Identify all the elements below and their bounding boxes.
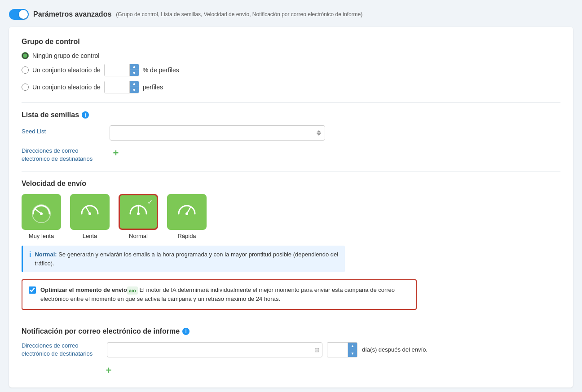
speed-label-muy-lenta: Muy lenta <box>29 233 54 239</box>
page-title: Parámetros avanzados <box>33 10 111 18</box>
destinatarios-seed-row: Direcciones de correoelectrónico de dest… <box>22 147 560 163</box>
notificacion-add-row: + <box>22 362 560 377</box>
speed-info-box: i Normal: Se generarán y enviarán los em… <box>22 246 345 272</box>
speed-card-normal[interactable]: ✓ <box>119 194 158 230</box>
notificacion-dias-down-btn[interactable]: ▼ <box>348 350 357 357</box>
radio-suffix-porcentaje: % de perfiles <box>143 66 179 74</box>
main-card: Grupo de control Ningún grupo de control… <box>9 27 573 388</box>
notificacion-section: Notificación por correo electrónico de i… <box>22 327 560 377</box>
perfiles-spinner[interactable]: ▲ ▼ <box>104 81 139 93</box>
lista-semillas-info-icon[interactable]: i <box>82 111 89 119</box>
speed-lenta-wrapper: Lenta <box>70 194 110 239</box>
perfiles-up-btn[interactable]: ▲ <box>130 81 139 87</box>
add-destinatarios-seed-btn[interactable]: + <box>110 147 122 159</box>
speed-label-lenta: Lenta <box>83 233 97 239</box>
notificacion-spinner-buttons: ▲ ▼ <box>348 342 357 357</box>
speed-normal-wrapper: ✓ Normal <box>119 194 158 239</box>
velocidad-envio-title: Velocidad de envío <box>22 180 560 188</box>
speed-card-rapida[interactable] <box>167 194 207 230</box>
optimize-box: Optimizar el momento de envíoaio El moto… <box>22 279 417 309</box>
speed-rapida-wrapper: Rápida <box>167 194 207 239</box>
speed-card-muy-lenta[interactable] <box>22 194 61 230</box>
advanced-params-toggle[interactable] <box>9 9 29 20</box>
speed-label-rapida: Rápida <box>177 233 196 239</box>
divider-2 <box>22 171 560 172</box>
svg-point-2 <box>40 212 43 215</box>
speed-card-lenta[interactable] <box>70 194 110 230</box>
speed-info-icon: i <box>29 251 31 259</box>
percent-input[interactable] <box>105 64 129 76</box>
radio-label-ninguno: Ningún grupo de control <box>32 52 99 59</box>
speed-label-normal: Normal <box>129 233 148 239</box>
percent-down-btn[interactable]: ▼ <box>130 70 139 76</box>
divider-3 <box>22 319 560 319</box>
radio-perfiles[interactable] <box>22 84 29 91</box>
seed-list-row: Seed List <box>22 125 560 141</box>
notificacion-dias-spinner[interactable]: ▲ ▼ <box>327 342 357 357</box>
speed-info-text: Normal: Se generarán y enviarán los emai… <box>35 250 339 268</box>
radio-ninguno[interactable] <box>22 52 29 59</box>
radio-label-perfiles: Un conjunto aleatorio de <box>32 84 101 91</box>
speed-muy-lenta-wrapper: Muy lenta <box>22 194 61 239</box>
radio-row-perfiles: Un conjunto aleatorio de ▲ ▼ perfiles <box>22 81 560 93</box>
notificacion-input-wrapper: ⊞ <box>107 342 322 357</box>
radio-group: Ningún grupo de control Un conjunto alea… <box>22 52 560 93</box>
svg-point-6 <box>137 212 140 215</box>
lista-semillas-section: Lista de semillas i Seed List Direccione… <box>22 111 560 163</box>
radio-porcentaje[interactable] <box>22 66 29 74</box>
perfiles-spinner-buttons: ▲ ▼ <box>129 81 139 93</box>
perfiles-input[interactable] <box>105 81 129 93</box>
notificacion-field-row: Direcciones de correoelectrónico de dest… <box>22 342 560 358</box>
notificacion-destinatarios-label: Direcciones de correoelectrónico de dest… <box>22 342 102 358</box>
speed-info-description: Se generarán y enviarán los emails a la … <box>35 251 338 267</box>
advanced-params-header: Parámetros avanzados (Grupo de control, … <box>9 9 573 20</box>
speedometer-icon-rapida <box>175 200 198 224</box>
optimize-text: Optimizar el momento de envíoaio El moto… <box>40 286 410 303</box>
dias-label: día(s) después del envío. <box>362 346 428 353</box>
optimize-checkbox[interactable] <box>29 286 36 294</box>
grupo-control-section: Grupo de control Ningún grupo de control… <box>22 38 560 93</box>
radio-suffix-perfiles: perfiles <box>143 84 163 91</box>
destinatarios-seed-label: Direcciones de correoelectrónico de dest… <box>22 147 102 163</box>
gio-badge: aio <box>127 286 138 295</box>
page-subtitle: (Grupo de control, Lista de semillas, Ve… <box>116 11 362 18</box>
notificacion-dias-up-btn[interactable]: ▲ <box>348 342 357 350</box>
lista-semillas-title: Lista de semillas i <box>22 111 560 119</box>
notificacion-email-input[interactable] <box>107 342 322 357</box>
perfiles-down-btn[interactable]: ▼ <box>130 87 139 93</box>
notificacion-dias-input[interactable] <box>327 342 348 357</box>
percent-spinner-buttons: ▲ ▼ <box>129 64 139 76</box>
speed-info-label: Normal: <box>35 251 57 258</box>
radio-row-porcentaje: Un conjunto aleatorio de ▲ ▼ % de perfil… <box>22 64 560 76</box>
percent-spinner[interactable]: ▲ ▼ <box>104 64 139 76</box>
notificacion-info-icon[interactable]: i <box>182 328 190 335</box>
svg-point-8 <box>185 212 188 215</box>
speed-cards-row: Muy lenta Lenta ✓ <box>22 194 560 239</box>
speedometer-icon-muy-lenta <box>30 200 53 224</box>
svg-point-4 <box>88 212 91 215</box>
velocidad-envio-section: Velocidad de envío Muy lenta <box>22 180 560 309</box>
percent-up-btn[interactable]: ▲ <box>130 64 139 70</box>
seed-list-select[interactable] <box>110 125 325 141</box>
radio-label-porcentaje: Un conjunto aleatorio de <box>32 66 101 74</box>
grupo-control-title: Grupo de control <box>22 38 560 46</box>
notificacion-title: Notificación por correo electrónico de i… <box>22 327 560 335</box>
speedometer-icon-lenta <box>78 200 101 224</box>
optimize-label: Optimizar el momento de envío <box>40 286 127 293</box>
seed-list-label: Seed List <box>22 125 102 135</box>
normal-checkmark: ✓ <box>147 198 153 206</box>
divider-1 <box>22 102 560 103</box>
speedometer-icon-normal <box>127 200 150 224</box>
add-notificacion-btn[interactable]: + <box>102 364 115 377</box>
radio-row-ninguno: Ningún grupo de control <box>22 52 560 59</box>
notificacion-input-icon: ⊞ <box>314 346 320 353</box>
